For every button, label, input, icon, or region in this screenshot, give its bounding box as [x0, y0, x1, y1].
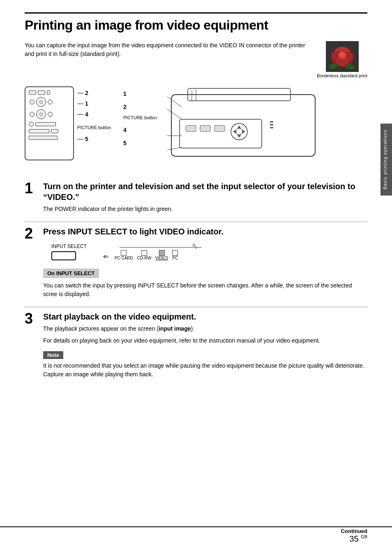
left-diagram-wrapper: 2 1 4 PICTURE button	[25, 86, 111, 160]
intro-text: You can capture the input image from the…	[25, 41, 309, 58]
tick-video	[196, 245, 196, 249]
usb-icon: ⇐	[103, 253, 108, 260]
right-label-2: 2	[123, 104, 157, 110]
diagram-section: 2 1 4 PICTURE button	[25, 86, 367, 169]
step-3-number: 3	[25, 311, 37, 326]
rose-container: Borderless standard print	[317, 41, 367, 78]
ind-pc-card-label: PC CARD	[115, 256, 133, 260]
svg-line-27	[167, 97, 182, 107]
tick-line	[120, 247, 202, 248]
label-5: 5	[77, 136, 111, 142]
page-number-value: 35	[349, 534, 358, 543]
step-1: 1 Turn on the printer and television and…	[25, 181, 367, 213]
ind-cd-rw: CD-RW	[137, 250, 151, 260]
svg-line-30	[167, 147, 182, 150]
step-3-body2: For details on playing back on your vide…	[43, 336, 367, 345]
ind-video-label: VIDEO	[155, 256, 168, 260]
ind-pc-card: PC CARD	[115, 250, 133, 260]
printer-right-svg	[163, 86, 327, 169]
step-1-title: Turn on the printer and television and s…	[43, 181, 367, 202]
indicator-display: \/ ⇐ PC CARD CD-RW	[103, 243, 210, 260]
step-3: 3 Start playback on the video equipment.…	[25, 311, 367, 379]
ind-pc-label: PC	[172, 256, 178, 260]
borderless-label: Borderless standard print	[317, 73, 367, 78]
divider-1	[25, 222, 367, 222]
svg-rect-14	[180, 119, 262, 148]
left-diagram-inner: 2 1 4 PICTURE button	[25, 86, 111, 160]
input-select-button[interactable]	[51, 251, 76, 260]
tick-line-container: \/	[103, 243, 210, 249]
svg-marker-22	[233, 130, 236, 134]
tick-mark: \/	[193, 243, 195, 248]
step-3-title: Start playback on the video equipment.	[43, 311, 367, 322]
panel-btn-3	[47, 90, 50, 95]
step-1-content: Turn on the printer and television and s…	[43, 181, 367, 213]
step-1-body: The POWER indicator of the printer light…	[43, 205, 367, 213]
ind-cd-rw-label: CD-RW	[137, 256, 151, 260]
panel-rect-4	[29, 136, 58, 140]
label-1: 1	[77, 100, 111, 107]
note-box: Note It is not recommended that you sele…	[43, 351, 367, 379]
label-1-text: 1	[85, 100, 88, 107]
footer-right: Continued 35 GB	[341, 528, 367, 544]
step-2-number: 2	[25, 226, 37, 241]
step-3-content: Start playback on the video equipment. T…	[43, 311, 367, 379]
intro-section: You can capture the input image from the…	[25, 41, 367, 78]
top-border	[25, 12, 367, 14]
step-3-body1-end: ).	[191, 325, 195, 332]
right-label-5: 5	[123, 140, 157, 146]
svg-marker-23	[242, 130, 245, 134]
rose-svg	[326, 41, 359, 72]
svg-marker-21	[237, 134, 241, 138]
divider-2	[25, 307, 367, 307]
panel-circle-lg	[36, 97, 46, 107]
step-2: 2 Press INPUT SELECT to light VIDEO indi…	[25, 226, 367, 299]
svg-rect-26	[270, 127, 273, 128]
picture-btn-row: PICTURE button	[77, 125, 111, 130]
label-5-text: 5	[85, 136, 88, 142]
panel-rect-2	[29, 129, 49, 133]
input-select-diagram: INPUT SELECT \/ ⇐	[43, 243, 367, 260]
right-label-4: 4	[123, 127, 157, 133]
indicator-icons: ⇐ PC CARD CD-RW	[103, 250, 178, 260]
step-2-title: Press INPUT SELECT to light VIDEO indica…	[43, 226, 367, 237]
step-1-number: 1	[25, 181, 37, 196]
input-select-left: INPUT SELECT	[51, 243, 87, 260]
step-3-body1: The playback pictures appear on the scre…	[43, 324, 367, 333]
note-label: Note	[43, 351, 63, 359]
svg-line-28	[167, 109, 182, 119]
svg-rect-24	[270, 121, 273, 123]
panel-circle-lg-2	[36, 109, 46, 119]
svg-rect-25	[270, 124, 273, 125]
page-footer: Continued 35 GB	[0, 528, 392, 544]
svg-rect-15	[186, 125, 196, 132]
step-2-content: Press INPUT SELECT to light VIDEO indica…	[43, 226, 367, 299]
continued-label: Continued	[341, 528, 367, 534]
input-select-label: INPUT SELECT	[51, 243, 87, 249]
panel-circle-sm-2	[48, 100, 53, 104]
page-number: 35 GB	[349, 534, 367, 544]
on-input-select-text: You can switch the input by pressing INP…	[43, 281, 367, 299]
footer-line	[0, 526, 392, 527]
panel-rect-3	[51, 129, 58, 133]
ind-pc-sq	[172, 250, 178, 256]
on-input-select-label: On INPUT SELECT	[47, 270, 95, 276]
label-2-text: 2	[85, 90, 88, 96]
svg-rect-17	[214, 125, 225, 132]
panel-btn-2	[38, 90, 45, 95]
picture-btn-label-col: PICTURE button	[77, 125, 111, 130]
ind-video-sq	[159, 250, 165, 256]
on-input-select-box: On INPUT SELECT	[43, 269, 99, 278]
left-labels-col: 2 1 4 PICTURE button	[77, 86, 111, 142]
panel-rect-long-1	[35, 122, 56, 126]
label-2: 2	[77, 90, 111, 96]
page-container: Printing an image from video equipment Y…	[0, 0, 392, 556]
picture-btn-label-left: PICTURE button	[77, 125, 111, 130]
panel-circle-sm-1	[30, 100, 35, 104]
picture-btn-label-right: PICTURE button	[123, 115, 157, 120]
svg-point-19	[236, 128, 242, 135]
right-label-1: 1	[123, 90, 157, 97]
ind-video: VIDEO	[155, 250, 168, 260]
right-labels: 1 2 PICTURE button 4 5	[123, 86, 157, 146]
step-3-body1-text: The playback pictures appear on the scre…	[43, 325, 159, 332]
